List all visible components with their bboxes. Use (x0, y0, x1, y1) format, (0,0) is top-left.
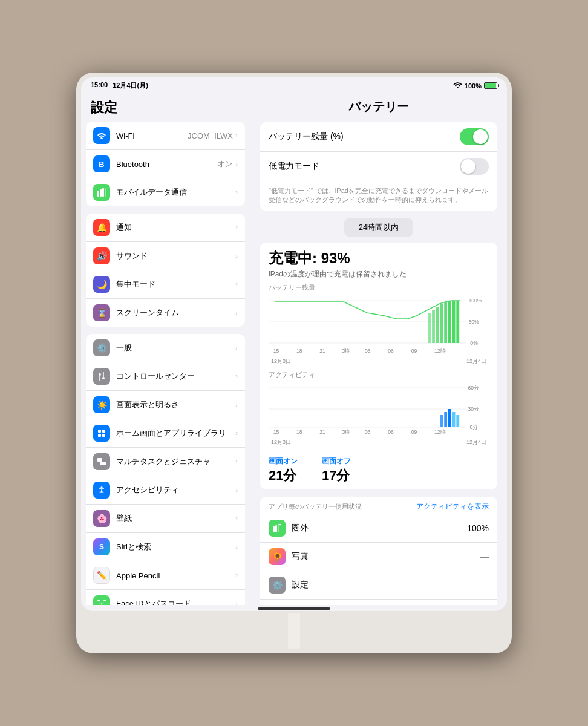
svg-text:0時: 0時 (342, 348, 350, 354)
cellular-icon (93, 184, 110, 201)
app-icon-3 (269, 605, 286, 606)
sidebar-item-siri[interactable]: S Siriと検索 › (86, 533, 245, 561)
svg-rect-12 (97, 458, 102, 462)
siri-icon: S (93, 538, 110, 555)
app-row-1[interactable]: 🌻 写真 — (260, 543, 497, 571)
app-usage-title: アプリ毎のバッテリー使用状況 (269, 502, 362, 511)
svg-rect-10 (98, 434, 101, 437)
control-icon (93, 368, 110, 385)
app-row-3[interactable]: App Store — (260, 600, 497, 606)
low-power-toggle[interactable] (460, 158, 489, 175)
svg-rect-32 (432, 310, 435, 343)
tablet-screen: 15:00 12月4日(月) 100% 設定 (81, 77, 507, 611)
app-row-2[interactable]: ⚙️ 設定 — (260, 571, 497, 600)
svg-text:15: 15 (273, 348, 279, 354)
accessibility-icon (93, 482, 110, 499)
sidebar-item-notification[interactable]: 🔔 通知 › (86, 214, 245, 242)
svg-rect-33 (436, 307, 439, 343)
svg-text:03: 03 (365, 348, 371, 354)
svg-rect-38 (456, 301, 459, 343)
wifi-sidebar-icon (93, 127, 110, 144)
svg-text:15: 15 (273, 429, 279, 435)
app-pct-2: — (480, 580, 489, 590)
activity-chart-label: アクティビティ (269, 370, 489, 379)
charging-cable (288, 613, 300, 649)
svg-rect-56 (452, 412, 456, 427)
low-power-row: 低電力モード (260, 152, 497, 182)
sidebar-item-pencil[interactable]: ✏️ Apple Pencil › (86, 561, 245, 590)
svg-rect-67 (275, 525, 277, 532)
sidebar-item-accessibility[interactable]: アクセシビリティ › (86, 476, 245, 505)
app-usage-header: アプリ毎のバッテリー使用状況 アクティビティを表示 (260, 497, 497, 514)
multitask-icon (93, 453, 110, 470)
general-icon: ⚙️ (93, 339, 110, 356)
notification-label: 通知 (116, 222, 235, 233)
sidebar-section-network: Wi-Fi JCOM_ILWX › B Bluetooth オン › (86, 122, 245, 206)
notification-icon: 🔔 (93, 219, 110, 236)
time-range-button[interactable]: 24時間以内 (344, 218, 413, 237)
svg-rect-35 (444, 302, 447, 343)
svg-text:06: 06 (388, 348, 394, 354)
home-indicator (258, 607, 330, 610)
screen-times: 画面オン 21分 画面オフ 17分 (260, 451, 497, 489)
general-label: 一般 (116, 342, 235, 353)
activity-chart-svg: 60分 30分 0分 15 18 (269, 382, 489, 436)
display-label: 画面表示と明るさ (116, 399, 235, 410)
svg-point-5 (102, 377, 105, 379)
svg-rect-15 (97, 600, 100, 601)
pencil-label: Apple Pencil (116, 571, 235, 580)
sidebar-item-bluetooth[interactable]: B Bluetooth オン › (86, 150, 245, 178)
svg-text:0%: 0% (470, 340, 478, 346)
screen-on-value: 21分 (269, 466, 298, 485)
svg-rect-37 (452, 301, 456, 343)
bluetooth-chevron: › (235, 160, 238, 168)
svg-point-20 (103, 603, 104, 604)
sidebar-item-display[interactable]: ☀️ 画面表示と明るさ › (86, 391, 245, 419)
svg-rect-16 (103, 600, 106, 601)
cellular-label: モバイルデータ通信 (116, 187, 235, 198)
svg-text:50%: 50% (468, 319, 479, 325)
activity-date-left: 12月3日 (271, 439, 291, 446)
svg-text:09: 09 (411, 348, 417, 354)
svg-text:100%: 100% (468, 298, 482, 304)
sidebar-item-multitask[interactable]: マルチタスクとジェスチャ › (86, 448, 245, 476)
svg-rect-36 (448, 301, 451, 343)
wifi-value: JCOM_ILWX (188, 131, 233, 140)
sidebar-item-cellular[interactable]: モバイルデータ通信 › (86, 178, 245, 206)
control-label: コントロールセンター (116, 371, 235, 382)
app-icon-2: ⚙️ (269, 577, 286, 594)
charging-note: iPadの温度が理由で充電は保留されました (269, 269, 489, 280)
bluetooth-icon: B (93, 155, 110, 172)
screen-off-item: 画面オフ 17分 (322, 456, 351, 485)
status-time: 15:00 (91, 81, 108, 90)
low-power-note: "低電力モード" では、iPadを完全に充電できるまでダウンロードやメール受信な… (260, 182, 497, 211)
svg-text:18: 18 (296, 348, 302, 354)
sidebar-item-faceid[interactable]: Face IDとパスコード › (86, 590, 245, 605)
sidebar-section-notifications: 🔔 通知 › 🔊 サウンド › 🌙 集中モード › (86, 214, 245, 327)
svg-rect-11 (102, 434, 105, 437)
sidebar-item-wallpaper[interactable]: 🌸 壁紙 › (86, 505, 245, 533)
svg-rect-55 (448, 409, 451, 427)
sidebar-item-wifi[interactable]: Wi-Fi JCOM_ILWX › (86, 122, 245, 150)
app-name-1: 写真 (292, 551, 480, 562)
sidebar-item-focus[interactable]: 🌙 集中モード › (86, 270, 245, 299)
homescreen-label: ホーム画面とアプリライブラリ (116, 428, 235, 439)
sidebar-item-screentime[interactable]: ⌛ スクリーンタイム › (86, 299, 245, 327)
battery-pct-toggle[interactable] (460, 128, 489, 145)
sidebar-item-homescreen[interactable]: ホーム画面とアプリライブラリ › (86, 419, 245, 448)
pencil-icon: ✏️ (93, 567, 110, 584)
app-name-0: 圏外 (292, 523, 467, 534)
svg-point-19 (100, 603, 101, 604)
sidebar-item-general[interactable]: ⚙️ 一般 › (86, 334, 245, 362)
sidebar-item-control[interactable]: コントロールセンター › (86, 362, 245, 391)
svg-rect-1 (100, 189, 102, 197)
svg-text:0時: 0時 (342, 429, 350, 435)
sidebar-item-sound[interactable]: 🔊 サウンド › (86, 242, 245, 270)
battery-pct-row: バッテリー残量 (%) (260, 122, 497, 152)
svg-rect-2 (102, 188, 104, 197)
svg-rect-3 (105, 188, 106, 197)
app-row-0[interactable]: 圏外 100% (260, 514, 497, 543)
panel-title: バッテリー (260, 93, 497, 122)
app-icon-0 (269, 520, 286, 537)
activity-link[interactable]: アクティビティを表示 (416, 502, 489, 512)
